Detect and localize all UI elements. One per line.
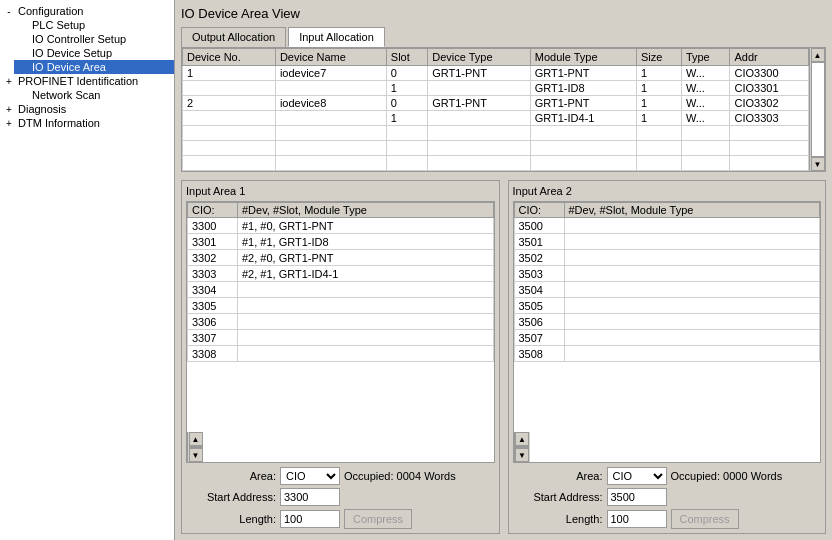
toggle-plc-setup: [16, 20, 30, 31]
vscroll-down-btn[interactable]: ▼: [811, 157, 825, 171]
cio-cell: 3308: [188, 346, 238, 362]
cio-row[interactable]: 3302#2, #0, GRT1-PNT: [188, 250, 494, 266]
table-row: [183, 156, 809, 171]
table-row: [183, 141, 809, 156]
cio-cell: 3502: [514, 250, 564, 266]
cio-row: 3305: [188, 298, 494, 314]
cio-row[interactable]: 3301#1, #1, GRT1-ID8: [188, 234, 494, 250]
tab-input-allocation[interactable]: Input Allocation: [288, 27, 385, 47]
tab-output-allocation[interactable]: Output Allocation: [181, 27, 286, 47]
table-row[interactable]: 1 iodevice7 0 GRT1-PNT GRT1-PNT 1 W... C…: [183, 66, 809, 81]
sidebar-item-dtm-info[interactable]: + DTM Information: [0, 116, 174, 130]
input-area2-panel: Input Area 2 CIO: #Dev, #Slot, Module Ty…: [508, 180, 827, 534]
toggle-diagnosis[interactable]: +: [2, 104, 16, 115]
cell-module-type: GRT1-ID4-1: [530, 111, 636, 126]
cell-addr: CIO3301: [730, 81, 809, 96]
cell-size: 1: [636, 81, 681, 96]
area1-area-select[interactable]: CIO: [280, 467, 340, 485]
sidebar-item-profinet-id[interactable]: + PROFINET Identification: [0, 74, 174, 88]
cell-module-type: GRT1-PNT: [530, 96, 636, 111]
table-row[interactable]: 1 GRT1-ID4-1 1 W... CIO3303: [183, 111, 809, 126]
cell-size: 1: [636, 66, 681, 81]
area2-area-select[interactable]: CIO: [607, 467, 667, 485]
table-row[interactable]: 1 GRT1-ID8 1 W... CIO3301: [183, 81, 809, 96]
area2-occupied-info: Occupied: 0000 Words: [671, 470, 783, 482]
cio-row: 3306: [188, 314, 494, 330]
cio-row: 3506: [514, 314, 820, 330]
cio1-vscroll-up[interactable]: ▲: [189, 432, 203, 446]
area2-start-input[interactable]: [607, 488, 667, 506]
area1-length-row: Length: Compress: [186, 509, 495, 529]
area1-compress-btn[interactable]: Compress: [344, 509, 412, 529]
sidebar-item-io-device-setup[interactable]: IO Device Setup: [14, 46, 174, 60]
sidebar-item-io-controller-setup[interactable]: IO Controller Setup: [14, 32, 174, 46]
cio-row: 3508: [514, 346, 820, 362]
cell-type: W...: [681, 81, 730, 96]
area1-start-input[interactable]: [280, 488, 340, 506]
area1-length-input[interactable]: [280, 510, 340, 528]
sidebar-item-diagnosis[interactable]: + Diagnosis: [0, 102, 174, 116]
cio-row[interactable]: 3303#2, #1, GRT1-ID4-1: [188, 266, 494, 282]
input-area1-panel: Input Area 1 CIO: #Dev, #Slot, Module Ty…: [181, 180, 500, 534]
info-cell: #2, #1, GRT1-ID4-1: [238, 266, 494, 282]
cio-row: 3307: [188, 330, 494, 346]
cio-cell: 3501: [514, 234, 564, 250]
col-device-name: Device Name: [275, 49, 386, 66]
sidebar-item-io-device-area[interactable]: IO Device Area: [14, 60, 174, 74]
toggle-network-scan: [16, 90, 30, 101]
cio-row: 3308: [188, 346, 494, 362]
cio-row[interactable]: 3300#1, #0, GRT1-PNT: [188, 218, 494, 234]
area2-length-input[interactable]: [607, 510, 667, 528]
cio1-vscrollbar[interactable]: ▲ ▼: [187, 432, 203, 462]
col-addr: Addr: [730, 49, 809, 66]
cell-module-type: GRT1-ID8: [530, 81, 636, 96]
cio1-vscroll-down[interactable]: ▼: [189, 448, 203, 462]
vscroll-track[interactable]: [811, 62, 825, 157]
cio-table1: CIO: #Dev, #Slot, Module Type 3300#1, #0…: [187, 202, 494, 362]
toggle-io-device-area: [16, 62, 30, 73]
cio2-vscroll-up[interactable]: ▲: [515, 432, 529, 446]
cio-cell: 3307: [188, 330, 238, 346]
cell-device-name: iodevice8: [275, 96, 386, 111]
toggle-profinet-id[interactable]: +: [2, 76, 16, 87]
cio-cell: 3506: [514, 314, 564, 330]
col-device-type: Device Type: [428, 49, 531, 66]
table-row[interactable]: 2 iodevice8 0 GRT1-PNT GRT1-PNT 1 W... C…: [183, 96, 809, 111]
area2-fields: Area: CIO Occupied: 0000 Words Start Add…: [513, 467, 822, 529]
sidebar-item-configuration[interactable]: - Configuration: [0, 4, 174, 18]
area1-start-row: Start Address:: [186, 488, 495, 506]
bottom-panels: Input Area 1 CIO: #Dev, #Slot, Module Ty…: [181, 180, 826, 534]
area2-compress-btn[interactable]: Compress: [671, 509, 739, 529]
table-row: [183, 126, 809, 141]
cell-type: W...: [681, 96, 730, 111]
sidebar-label-dtm-info: DTM Information: [16, 117, 100, 129]
sidebar-item-network-scan[interactable]: Network Scan: [14, 88, 174, 102]
toggle-dtm-info[interactable]: +: [2, 118, 16, 129]
cio-cell: 3302: [188, 250, 238, 266]
cio-row: 3505: [514, 298, 820, 314]
cio-col-header2: CIO:: [514, 203, 564, 218]
cell-device-no: 1: [183, 66, 276, 81]
info-cell: #2, #0, GRT1-PNT: [238, 250, 494, 266]
cio2-vscroll-down[interactable]: ▼: [515, 448, 529, 462]
cell-device-name: [275, 111, 386, 126]
sidebar-label-network-scan: Network Scan: [30, 89, 100, 101]
area2-area-row: Area: CIO Occupied: 0000 Words: [513, 467, 822, 485]
main-content: IO Device Area View Output Allocation In…: [175, 0, 832, 540]
vscroll-up-btn[interactable]: ▲: [811, 48, 825, 62]
cio-row: 3501: [514, 234, 820, 250]
cio2-vscrollbar[interactable]: ▲ ▼: [514, 432, 530, 462]
cio-row: 3504: [514, 282, 820, 298]
cio-table2-wrapper: CIO: #Dev, #Slot, Module Type 3500 3501 …: [513, 201, 822, 463]
sidebar-item-plc-setup[interactable]: PLC Setup: [14, 18, 174, 32]
cio-row: 3500: [514, 218, 820, 234]
input-area2-title: Input Area 2: [513, 185, 822, 197]
cio-cell: 3500: [514, 218, 564, 234]
table-vscrollbar[interactable]: ▲ ▼: [809, 48, 825, 171]
area2-length-row: Length: Compress: [513, 509, 822, 529]
cell-addr: CIO3303: [730, 111, 809, 126]
cio-table1-wrapper: CIO: #Dev, #Slot, Module Type 3300#1, #0…: [186, 201, 495, 463]
toggle-configuration[interactable]: -: [2, 6, 16, 17]
cio-row: 3304: [188, 282, 494, 298]
cell-device-type: GRT1-PNT: [428, 66, 531, 81]
